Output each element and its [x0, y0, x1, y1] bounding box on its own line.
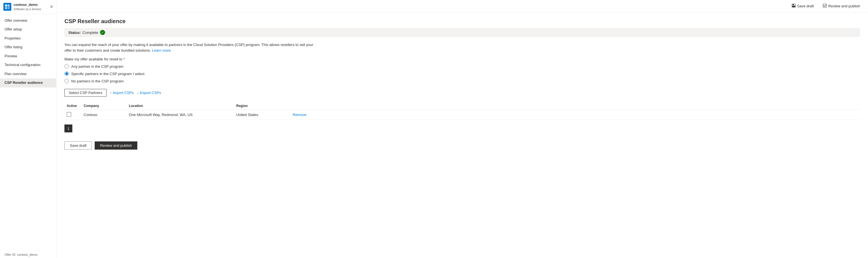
sidebar-collapse-button[interactable]: ≡	[50, 4, 53, 9]
remove-link[interactable]: Remove	[293, 112, 306, 117]
save-draft-top-label: Save draft	[797, 4, 814, 8]
import-csps-button[interactable]: ↑ Import CSPs	[110, 91, 134, 95]
status-bar: Status: Complete ✓	[64, 28, 860, 37]
sidebar-header: contoso_demo Software as a Service ≡	[0, 0, 56, 14]
top-bar: Save draft Review and publish	[57, 0, 868, 12]
sidebar-app-info: contoso_demo Software as a Service	[13, 3, 41, 11]
svg-rect-3	[8, 7, 10, 9]
learn-more-link[interactable]: Learn more	[152, 48, 170, 53]
field-label: Make my offer available for resell to *	[64, 57, 860, 61]
sidebar-app-name: contoso_demo	[13, 3, 41, 7]
cell-action: Remove	[290, 110, 860, 120]
cell-region: United States	[234, 110, 290, 120]
col-location: Location	[127, 102, 234, 110]
radio-specific-partners-label: Specific partners in the CSP program I s…	[71, 72, 144, 76]
radio-no-partners[interactable]: No partners in the CSP program	[64, 79, 860, 83]
top-bar-actions: Save draft Review and publish	[789, 3, 862, 9]
export-csps-button[interactable]: ↓ Export CSPs	[137, 91, 161, 95]
sidebar-item-plan-overview[interactable]: Plan overview	[0, 70, 56, 79]
review-publish-button-bottom[interactable]: Review and publish	[95, 141, 137, 150]
table-header: Active Company Location Region	[64, 102, 860, 110]
save-icon	[792, 4, 796, 8]
svg-rect-5	[793, 4, 794, 5]
status-value: Complete	[83, 31, 98, 35]
radio-no-partners-input[interactable]	[64, 79, 69, 83]
sidebar-offer-id: Offer ID: contoso_demo	[0, 251, 56, 258]
cell-location: One Microsoft Way, Redmond, WA, US	[127, 110, 234, 120]
table-body: Contoso One Microsoft Way, Redmond, WA, …	[64, 110, 860, 120]
required-marker: *	[122, 57, 125, 61]
import-icon: ↑	[110, 91, 112, 95]
radio-no-partners-label: No partners in the CSP program	[71, 79, 123, 83]
sidebar-item-csp-reseller-audience[interactable]: CSP Reseller audience	[0, 78, 56, 88]
radio-any-partner-label: Any partner in the CSP program	[71, 64, 123, 69]
status-label: Status:	[68, 31, 81, 35]
status-complete-icon: ✓	[100, 30, 105, 35]
pagination: 1	[64, 125, 860, 132]
cell-company: Contoso	[82, 110, 127, 120]
radio-group: Any partner in the CSP program Specific …	[64, 64, 860, 83]
sidebar-item-offer-setup[interactable]: Offer setup	[0, 25, 56, 34]
svg-rect-1	[8, 4, 10, 6]
publish-icon	[823, 4, 827, 8]
svg-rect-2	[5, 7, 7, 9]
col-region: Region	[234, 102, 290, 110]
radio-specific-partners-input[interactable]	[64, 71, 69, 76]
svg-rect-6	[792, 6, 795, 7]
csp-table: Active Company Location Region Contoso O…	[64, 102, 860, 120]
col-active: Active	[64, 102, 82, 110]
svg-rect-0	[5, 4, 7, 6]
page-button-1[interactable]: 1	[64, 125, 72, 132]
page-title: CSP Reseller audience	[64, 18, 860, 25]
description-text: You can expand the reach of your offer b…	[64, 42, 319, 53]
radio-any-partner-input[interactable]	[64, 64, 69, 69]
sidebar-item-technical-configuration[interactable]: Technical configuration	[0, 61, 56, 70]
sidebar: contoso_demo Software as a Service ≡ Off…	[0, 0, 57, 258]
radio-specific-partners[interactable]: Specific partners in the CSP program I s…	[64, 71, 860, 76]
table-row: Contoso One Microsoft Way, Redmond, WA, …	[64, 110, 860, 120]
radio-any-partner[interactable]: Any partner in the CSP program	[64, 64, 860, 69]
review-publish-top-label: Review and publish	[828, 4, 860, 8]
action-bar: Select CSP Partners ↑ Import CSPs ↓ Expo…	[64, 89, 860, 97]
col-action	[290, 102, 860, 110]
sidebar-app-subtitle: Software as a Service	[13, 7, 41, 11]
save-draft-button-top[interactable]: Save draft	[789, 3, 816, 9]
review-publish-button-top[interactable]: Review and publish	[820, 3, 862, 9]
sidebar-item-preview[interactable]: Preview	[0, 52, 56, 61]
sidebar-item-properties[interactable]: Properties	[0, 34, 56, 43]
col-company: Company	[82, 102, 127, 110]
content-area: CSP Reseller audience Status: Complete ✓…	[57, 12, 868, 258]
save-draft-button-bottom[interactable]: Save draft	[64, 141, 92, 150]
sidebar-item-offer-overview[interactable]: Offer overview	[0, 17, 56, 25]
row-checkbox[interactable]	[67, 112, 71, 117]
bottom-actions: Save draft Review and publish	[64, 141, 860, 150]
sidebar-logo	[3, 3, 11, 11]
select-csp-partners-button[interactable]: Select CSP Partners	[64, 89, 106, 97]
export-icon: ↓	[137, 91, 139, 95]
sidebar-nav: Offer overview Offer setup Properties Of…	[0, 14, 56, 251]
cell-active	[64, 110, 82, 120]
sidebar-item-offer-listing[interactable]: Offer listing	[0, 43, 56, 52]
main-content: Save draft Review and publish CSP Resell…	[57, 0, 868, 258]
